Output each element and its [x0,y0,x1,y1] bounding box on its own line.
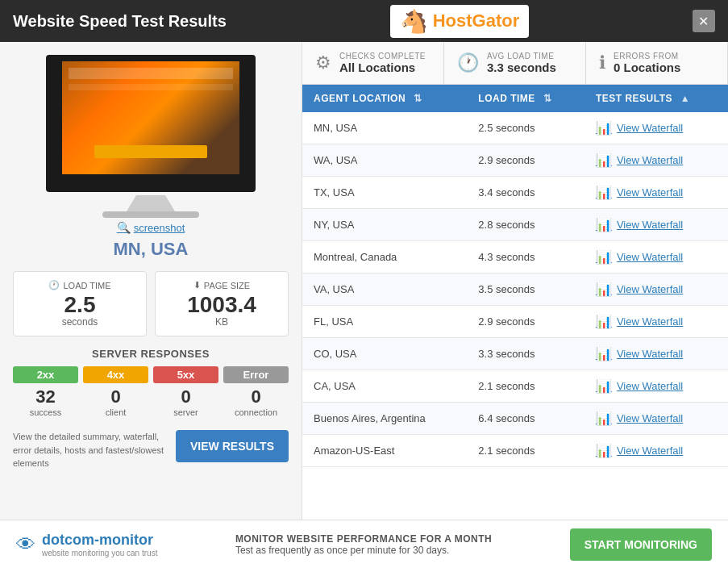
cell-loadtime: 2.9 seconds [467,144,584,177]
page-size-box: ⬇ PAGE SIZE 1003.4 KB [155,271,289,336]
monitor-base [102,211,199,218]
screenshot-link[interactable]: 🔍 screenshot [117,221,185,234]
count-4xx: 0 [83,386,148,407]
results-table: AGENT LOCATION ⇅ LOAD TIME ⇅ TEST RESULT… [302,85,728,467]
table-row: MN, USA2.5 seconds📊View Waterfall [302,112,728,144]
table-row: Amazon-US-East2.1 seconds📊View Waterfall [302,435,728,467]
download-icon: ⬇ [193,280,201,290]
screen-content [62,61,239,174]
table-row: NY, USA2.8 seconds📊View Waterfall [302,209,728,241]
left-description: View the detailed summary, waterfall, er… [13,430,166,470]
waterfall-link[interactable]: 📊View Waterfall [596,185,717,200]
cell-location: TX, USA [302,177,467,209]
cell-testresult: 📊View Waterfall [584,274,728,306]
cell-location: FL, USA [302,306,467,338]
badge-5xx: 5xx [153,366,218,383]
waterfall-link[interactable]: 📊View Waterfall [596,152,717,168]
close-button[interactable]: ✕ [693,10,715,32]
col-location[interactable]: AGENT LOCATION ⇅ [302,85,467,112]
stat-avg-text: AVG LOAD TIME 3.3 seconds [487,52,556,74]
brand-name: dotcom-monitor [42,532,157,549]
col-testresults[interactable]: TEST RESULTS ▲ [584,85,728,112]
load-time-label: 🕐 LOAD TIME [23,280,136,290]
waterfall-link[interactable]: 📊View Waterfall [596,411,717,426]
cell-location: VA, USA [302,274,467,306]
info-icon: ℹ [599,52,605,73]
brand-text-block: dotcom-monitor website monitoring you ca… [42,532,157,558]
stat-errors: ℹ ERRORS FROM 0 Locations [586,42,728,84]
brand-tagline: website monitoring you can trust [42,549,157,558]
monitor-subtext: Test as frequently as once per minute fo… [235,545,492,556]
badge-4xx: 4xx [83,366,148,383]
waterfall-link[interactable]: 📊View Waterfall [596,443,717,458]
brand-icon: 👁 [16,533,35,556]
cell-loadtime: 3.5 seconds [467,274,584,306]
cell-loadtime: 2.5 seconds [467,112,584,144]
cell-loadtime: 3.3 seconds [467,338,584,370]
cell-loadtime: 4.3 seconds [467,241,584,274]
clock-icon: 🕐 [457,52,479,73]
page-size-value: 1003.4 [165,294,278,316]
table-row: WA, USA2.9 seconds📊View Waterfall [302,144,728,177]
sort-results-icon: ▲ [680,93,690,104]
logo-text: HostGator [433,10,520,31]
load-time-box: 🕐 LOAD TIME 2.5 seconds [13,271,147,336]
camera-icon: 🔍 [117,221,131,234]
waterfall-link[interactable]: 📊View Waterfall [596,249,717,265]
cell-testresult: 📊View Waterfall [584,435,728,467]
cell-location: CO, USA [302,338,467,370]
right-panel: ⚙ CHECKS COMPLETE All Locations 🕐 AVG LO… [302,42,728,520]
label-error: connection [223,407,289,417]
selected-location: MN, USA [114,239,189,260]
table-row: FL, USA2.9 seconds📊View Waterfall [302,306,728,338]
waterfall-link[interactable]: 📊View Waterfall [596,120,717,136]
footer: 👁 dotcom-monitor website monitoring you … [0,520,728,568]
logo-area: 🐴 HostGator [390,5,530,38]
chart-icon: 📊 [596,120,612,136]
gear-icon: ⚙ [315,52,331,73]
main-layout: 🔍 screenshot MN, USA 🕐 LOAD TIME 2.5 sec… [0,42,728,520]
table-header: AGENT LOCATION ⇅ LOAD TIME ⇅ TEST RESULT… [302,85,728,112]
avg-label: AVG LOAD TIME [487,52,556,61]
waterfall-link[interactable]: 📊View Waterfall [596,346,717,361]
errors-label: ERRORS FROM [614,52,680,61]
brand-area: 👁 dotcom-monitor website monitoring you … [16,532,157,558]
waterfall-link[interactable]: 📊View Waterfall [596,378,717,394]
load-time-unit: seconds [23,316,136,328]
title-bar: Website Speed Test Results 🐴 HostGator ✕ [0,0,728,42]
monitor-headline: MONITOR WEBSITE PERFORMANCE FOR A MONTH [235,533,492,545]
cell-loadtime: 3.4 seconds [467,177,584,209]
stat-avg-load: 🕐 AVG LOAD TIME 3.3 seconds [444,42,586,84]
chart-icon: 📊 [596,152,612,168]
cell-testresult: 📊View Waterfall [584,112,728,144]
chart-icon: 📊 [596,411,612,426]
cell-loadtime: 2.9 seconds [467,306,584,338]
errors-value: 0 Locations [614,61,680,74]
view-results-button[interactable]: VIEW RESULTS [176,430,289,462]
waterfall-link[interactable]: 📊View Waterfall [596,282,717,297]
sort-loadtime-icon: ⇅ [543,93,552,104]
cell-loadtime: 6.4 seconds [467,403,584,435]
table-row: Montreal, Canada4.3 seconds📊View Waterfa… [302,241,728,274]
page-size-label: ⬇ PAGE SIZE [165,280,278,290]
responses-grid: 2xx 32 success 4xx 0 client 5xx 0 server… [13,366,289,417]
label-5xx: server [153,407,218,417]
waterfall-link[interactable]: 📊View Waterfall [596,314,717,329]
table-row: Buenos Aires, Argentina6.4 seconds📊View … [302,403,728,435]
server-responses-title: SERVER RESPONSES [92,348,210,360]
monitor-stand [127,195,175,211]
chart-icon: 📊 [596,346,612,361]
cell-testresult: 📊View Waterfall [584,144,728,177]
chart-icon: 📊 [596,249,612,265]
count-error: 0 [223,386,289,407]
col-loadtime[interactable]: LOAD TIME ⇅ [467,85,584,112]
start-monitoring-button[interactable]: START MONITORING [570,528,712,561]
label-2xx: success [13,407,78,417]
chart-icon: 📊 [596,282,612,297]
waterfall-link[interactable]: 📊View Waterfall [596,217,717,232]
table-body: MN, USA2.5 seconds📊View WaterfallWA, USA… [302,112,728,467]
cell-testresult: 📊View Waterfall [584,177,728,209]
sort-location-icon: ⇅ [414,93,422,104]
cell-location: MN, USA [302,112,467,144]
table-row: CA, USA2.1 seconds📊View Waterfall [302,370,728,403]
